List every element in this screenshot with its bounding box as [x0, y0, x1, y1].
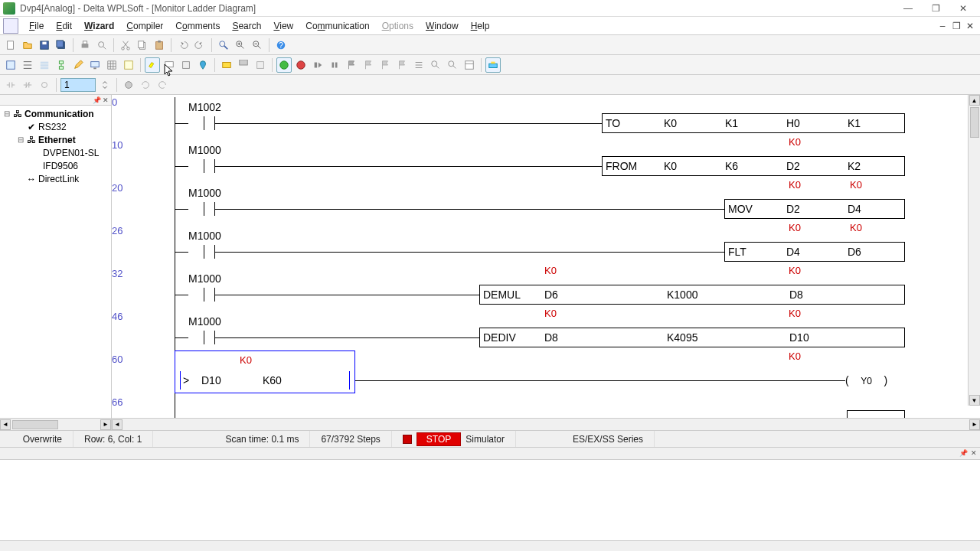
- zoomin-button[interactable]: [233, 37, 248, 53]
- print-button[interactable]: [77, 37, 93, 53]
- spin-ctrl[interactable]: [97, 77, 113, 93]
- menu-comments[interactable]: Comments: [169, 19, 226, 33]
- step-input[interactable]: 1: [60, 78, 96, 92]
- no-contact-button[interactable]: [3, 77, 18, 93]
- scroll-right-icon[interactable]: ►: [100, 419, 111, 430]
- find3-button[interactable]: [445, 57, 460, 73]
- tree-ifd[interactable]: IFD9506: [2, 159, 109, 172]
- flag2-button[interactable]: [361, 57, 376, 73]
- flag4-button[interactable]: [394, 57, 410, 73]
- find2-button[interactable]: [428, 57, 443, 73]
- edit-button[interactable]: [70, 57, 86, 73]
- system-menu-icon[interactable]: [3, 18, 18, 34]
- tree-directlink[interactable]: ↔ DirectLink: [2, 172, 109, 185]
- simulator-button[interactable]: [219, 57, 234, 73]
- mdi-restore[interactable]: ❐: [949, 21, 963, 31]
- paste-button[interactable]: [152, 37, 167, 53]
- comment-button[interactable]: [162, 57, 177, 73]
- stop2-button[interactable]: [121, 77, 136, 93]
- transfer-button[interactable]: [236, 57, 251, 73]
- output-coil[interactable]: ( Y0 ): [845, 374, 887, 386]
- close-button[interactable]: ✕: [949, 2, 977, 15]
- grid-button[interactable]: [104, 57, 119, 73]
- menu-wizard[interactable]: Wizard: [78, 19, 120, 33]
- redo-button[interactable]: [192, 37, 207, 53]
- tree-dvpen[interactable]: DVPEN01-SL: [2, 146, 109, 159]
- copy-button[interactable]: [135, 37, 150, 53]
- help-button[interactable]: ?: [273, 37, 289, 53]
- highlight-button[interactable]: [145, 57, 160, 73]
- scroll-down-icon[interactable]: ▼: [969, 395, 980, 406]
- scroll-up-icon[interactable]: ▲: [969, 95, 980, 106]
- zoomout-button[interactable]: [250, 37, 265, 53]
- flag3-button[interactable]: [377, 57, 393, 73]
- menu-window[interactable]: Window: [420, 19, 465, 33]
- menu-edit[interactable]: Edit: [50, 19, 78, 33]
- output-pin-icon[interactable]: 📌: [959, 449, 968, 458]
- scroll-thumb[interactable]: [12, 420, 58, 429]
- maximize-button[interactable]: ❐: [922, 2, 949, 15]
- ladder-diagram[interactable]: 0 10 20 26 32 46 60 66 M1002 TO K0 K1 H0…: [112, 95, 980, 418]
- minimize-button[interactable]: —: [894, 2, 922, 15]
- open-button[interactable]: [20, 37, 35, 53]
- ladder-hscroll[interactable]: ◄ ►: [112, 418, 980, 430]
- step-button[interactable]: [310, 57, 325, 73]
- list-button[interactable]: [411, 57, 426, 73]
- menu-compiler[interactable]: Compiler: [120, 19, 169, 33]
- instruction-box[interactable]: TO K0 K1 H0 K1: [602, 113, 905, 133]
- new-button[interactable]: [3, 37, 18, 53]
- instruction-button[interactable]: [37, 57, 52, 73]
- menu-file[interactable]: File: [23, 19, 50, 33]
- coil-button[interactable]: [37, 77, 52, 93]
- ladder-button[interactable]: [20, 57, 35, 73]
- output-close-icon[interactable]: ✕: [969, 449, 978, 458]
- mdi-minimize[interactable]: –: [936, 21, 949, 31]
- scroll-left-icon[interactable]: ◄: [112, 419, 122, 430]
- instruction-box[interactable]: MOV D2 D4: [724, 199, 905, 219]
- scroll-right-icon[interactable]: ►: [969, 419, 980, 430]
- menu-help[interactable]: Help: [465, 19, 496, 33]
- menu-search[interactable]: Search: [226, 19, 267, 33]
- sfc-button[interactable]: [54, 57, 69, 73]
- vscroll-thumb[interactable]: [970, 107, 979, 138]
- stop-badge[interactable]: STOP: [416, 432, 461, 446]
- symbol-button[interactable]: [121, 57, 136, 73]
- instruction-box[interactable]: DEMUL D6 K1000 D8: [479, 285, 905, 305]
- find-button[interactable]: [216, 37, 231, 53]
- nc-contact-button[interactable]: [20, 77, 35, 93]
- sidebar-pin-icon[interactable]: 📌: [93, 96, 100, 104]
- monitor-button[interactable]: [87, 57, 103, 73]
- instruction-box[interactable]: DEDIV D8 K4095 D10: [479, 328, 905, 347]
- preview-button[interactable]: [94, 37, 109, 53]
- menu-communication[interactable]: Communication: [299, 19, 375, 33]
- pause-button[interactable]: [327, 57, 342, 73]
- sidebar-hscroll[interactable]: ◄ ►: [0, 418, 111, 430]
- vscroll[interactable]: ▲ ▼: [968, 95, 980, 406]
- mdi-close[interactable]: ✕: [963, 21, 977, 31]
- run-button[interactable]: [276, 57, 292, 73]
- scroll-left-icon[interactable]: ◄: [0, 419, 11, 430]
- sidebar-close-icon[interactable]: ✕: [102, 96, 109, 104]
- tree-rs232[interactable]: ✔ RS232: [2, 120, 109, 133]
- saveall-button[interactable]: [54, 37, 69, 53]
- compare-box[interactable]: K0 > D10 K60: [175, 350, 355, 393]
- flag1-button[interactable]: [344, 57, 359, 73]
- menu-view[interactable]: View: [267, 19, 299, 33]
- cut-button[interactable]: [118, 37, 133, 53]
- upload-button[interactable]: [253, 57, 268, 73]
- device-button[interactable]: [178, 57, 194, 73]
- instruction-box[interactable]: FROM K0 K6 D2 K2: [602, 156, 905, 176]
- save-button[interactable]: [37, 37, 52, 53]
- menu-options[interactable]: Options: [376, 19, 420, 33]
- compile-button[interactable]: [3, 57, 18, 73]
- stop-button[interactable]: [293, 57, 309, 73]
- instruction-box[interactable]: FLT D4 D6: [724, 242, 905, 262]
- tree-root[interactable]: ⊟ 🖧 Communication: [2, 107, 109, 120]
- redo2-button[interactable]: [155, 77, 170, 93]
- table-button[interactable]: [462, 57, 477, 73]
- online-button[interactable]: [485, 57, 501, 73]
- tree-ethernet[interactable]: ⊟ 🖧 Ethernet: [2, 133, 109, 146]
- refresh-button[interactable]: [138, 77, 153, 93]
- location-button[interactable]: [195, 57, 211, 73]
- undo-button[interactable]: [175, 37, 191, 53]
